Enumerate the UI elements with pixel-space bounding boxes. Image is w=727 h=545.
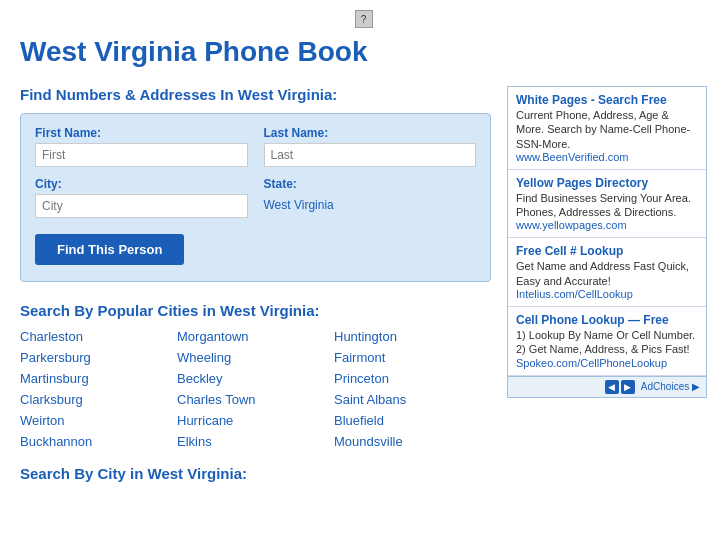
city-link[interactable]: Charles Town xyxy=(177,392,334,407)
city-label: City: xyxy=(35,177,248,191)
ad-url: www.BeenVerified.com xyxy=(516,151,698,163)
first-name-label: First Name: xyxy=(35,126,248,140)
city-link[interactable]: Weirton xyxy=(20,413,177,428)
ad-url: Intelius.com/CellLookup xyxy=(516,288,698,300)
state-group: State: West Virginia xyxy=(264,177,477,218)
city-link[interactable]: Fairmont xyxy=(334,350,491,365)
city-link[interactable]: Wheeling xyxy=(177,350,334,365)
cities-col-2: MorgantownWheelingBeckleyCharles TownHur… xyxy=(177,329,334,449)
city-link[interactable]: Morgantown xyxy=(177,329,334,344)
ad-description: Get Name and Address Fast Quick, Easy an… xyxy=(516,259,698,288)
city-link[interactable]: Elkins xyxy=(177,434,334,449)
first-name-group: First Name: xyxy=(35,126,248,167)
city-link[interactable]: Martinsburg xyxy=(20,371,177,386)
city-link[interactable]: Beckley xyxy=(177,371,334,386)
city-link[interactable]: Huntington xyxy=(334,329,491,344)
ad-description: Find Businesses Serving Your Area. Phone… xyxy=(516,191,698,220)
main-content: Find Numbers & Addresses In West Virgini… xyxy=(20,86,707,482)
city-link[interactable]: Saint Albans xyxy=(334,392,491,407)
page-title: West Virginia Phone Book xyxy=(20,36,707,68)
ad-next-button[interactable]: ▶ xyxy=(621,380,635,394)
search-by-city-heading: Search By City in West Virginia: xyxy=(20,465,491,482)
ad-title[interactable]: White Pages - Search Free xyxy=(516,93,667,107)
name-row: First Name: Last Name: xyxy=(35,126,476,167)
ad-container: White Pages - Search FreeCurrent Phone, … xyxy=(507,86,707,398)
left-column: Find Numbers & Addresses In West Virgini… xyxy=(20,86,491,482)
location-row: City: State: West Virginia xyxy=(35,177,476,218)
ad-footer: ◀▶AdChoices ▶ xyxy=(508,376,706,397)
ad-item: White Pages - Search FreeCurrent Phone, … xyxy=(508,87,706,170)
search-heading: Find Numbers & Addresses In West Virgini… xyxy=(20,86,491,103)
cities-grid: CharlestonParkersburgMartinsburgClarksbu… xyxy=(20,329,491,449)
city-link[interactable]: Hurricane xyxy=(177,413,334,428)
find-person-button[interactable]: Find This Person xyxy=(35,234,184,265)
search-form: First Name: Last Name: City: State: xyxy=(20,113,491,282)
ad-item: Free Cell # LookupGet Name and Address F… xyxy=(508,238,706,307)
state-value: West Virginia xyxy=(264,194,477,216)
ad-prev-button[interactable]: ◀ xyxy=(605,380,619,394)
popular-cities-heading: Search By Popular Cities in West Virgini… xyxy=(20,302,491,319)
city-link[interactable]: Clarksburg xyxy=(20,392,177,407)
ad-description: Current Phone, Address, Age & More. Sear… xyxy=(516,108,698,151)
ad-title[interactable]: Cell Phone Lookup — Free xyxy=(516,313,669,327)
city-input[interactable] xyxy=(35,194,248,218)
ad-panel: White Pages - Search FreeCurrent Phone, … xyxy=(507,86,707,398)
city-link[interactable]: Parkersburg xyxy=(20,350,177,365)
city-link[interactable]: Moundsville xyxy=(334,434,491,449)
ad-title[interactable]: Free Cell # Lookup xyxy=(516,244,623,258)
cities-col-3: HuntingtonFairmontPrincetonSaint AlbansB… xyxy=(334,329,491,449)
logo-image: ? xyxy=(355,10,373,28)
city-group: City: xyxy=(35,177,248,218)
ad-url: Spokeo.com/CellPhoneLookup xyxy=(516,357,698,369)
state-label: State: xyxy=(264,177,477,191)
last-name-group: Last Name: xyxy=(264,126,477,167)
cities-col-1: CharlestonParkersburgMartinsburgClarksbu… xyxy=(20,329,177,449)
ad-choices-link[interactable]: AdChoices ▶ xyxy=(641,381,700,392)
city-link[interactable]: Bluefield xyxy=(334,413,491,428)
ad-description: 1) Lookup By Name Or Cell Number. 2) Get… xyxy=(516,328,698,357)
ad-item: Cell Phone Lookup — Free1) Lookup By Nam… xyxy=(508,307,706,376)
ad-title[interactable]: Yellow Pages Directory xyxy=(516,176,648,190)
ad-url: www.yellowpages.com xyxy=(516,219,698,231)
last-name-label: Last Name: xyxy=(264,126,477,140)
city-link[interactable]: Buckhannon xyxy=(20,434,177,449)
logo-area: ? xyxy=(20,10,707,28)
last-name-input[interactable] xyxy=(264,143,477,167)
ad-item: Yellow Pages DirectoryFind Businesses Se… xyxy=(508,170,706,239)
city-link[interactable]: Princeton xyxy=(334,371,491,386)
first-name-input[interactable] xyxy=(35,143,248,167)
ad-nav: ◀▶ xyxy=(605,380,635,394)
city-link[interactable]: Charleston xyxy=(20,329,177,344)
